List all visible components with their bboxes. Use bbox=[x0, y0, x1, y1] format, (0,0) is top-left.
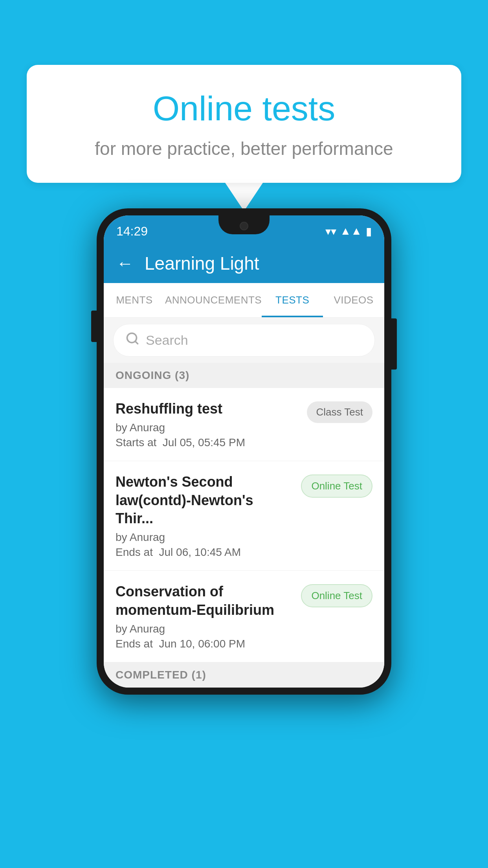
phone-outer: 14:29 ▾▾ ▲▲ ▮ ← Learning Light MENTS ANN… bbox=[97, 208, 391, 695]
completed-title: COMPLETED (1) bbox=[116, 669, 206, 681]
test-badge-1: Class Test bbox=[307, 401, 372, 423]
test-name-2: Newton's Second law(contd)-Newton's Thir… bbox=[116, 473, 293, 528]
tab-videos[interactable]: VIDEOS bbox=[323, 283, 384, 317]
wifi-icon: ▾▾ bbox=[325, 225, 336, 238]
back-button[interactable]: ← bbox=[116, 254, 134, 273]
test-list: Reshuffling test by Anurag Starts at Jul… bbox=[104, 388, 384, 662]
completed-section-header: COMPLETED (1) bbox=[104, 662, 384, 688]
speech-bubble-subtitle: for more practice, better performance bbox=[58, 138, 430, 159]
test-info-1: Reshuffling test by Anurag Starts at Jul… bbox=[116, 400, 299, 449]
test-author-1: by Anurag bbox=[116, 421, 299, 434]
test-info-2: Newton's Second law(contd)-Newton's Thir… bbox=[116, 473, 293, 559]
test-item-1[interactable]: Reshuffling test by Anurag Starts at Jul… bbox=[104, 388, 384, 461]
search-box[interactable]: Search bbox=[113, 324, 375, 357]
tabs-bar: MENTS ANNOUNCEMENTS TESTS VIDEOS bbox=[104, 283, 384, 318]
test-author-2: by Anurag bbox=[116, 531, 293, 544]
camera bbox=[240, 222, 248, 230]
test-name-3: Conservation of momentum-Equilibrium bbox=[116, 583, 293, 620]
search-input[interactable]: Search bbox=[146, 333, 188, 348]
test-name-1: Reshuffling test bbox=[116, 400, 299, 418]
battery-icon: ▮ bbox=[366, 225, 372, 238]
speech-bubble: Online tests for more practice, better p… bbox=[27, 65, 461, 183]
svg-line-1 bbox=[135, 341, 138, 344]
app-header: ← Learning Light bbox=[104, 244, 384, 283]
test-info-3: Conservation of momentum-Equilibrium by … bbox=[116, 583, 293, 650]
phone-notch bbox=[218, 215, 270, 234]
search-icon bbox=[125, 331, 139, 349]
ongoing-section-header: ONGOING (3) bbox=[104, 363, 384, 388]
test-badge-2: Online Test bbox=[301, 474, 372, 498]
search-container: Search bbox=[104, 318, 384, 363]
phone-screen: 14:29 ▾▾ ▲▲ ▮ ← Learning Light MENTS ANN… bbox=[104, 215, 384, 688]
test-time-1: Starts at Jul 05, 05:45 PM bbox=[116, 436, 299, 449]
speech-bubble-title: Online tests bbox=[58, 88, 430, 129]
status-time: 14:29 bbox=[116, 224, 148, 239]
test-time-3: Ends at Jun 10, 06:00 PM bbox=[116, 638, 293, 650]
test-item-2[interactable]: Newton's Second law(contd)-Newton's Thir… bbox=[104, 461, 384, 571]
speech-bubble-container: Online tests for more practice, better p… bbox=[27, 65, 461, 211]
tab-announcements[interactable]: ANNOUNCEMENTS bbox=[165, 283, 262, 317]
test-time-2: Ends at Jul 06, 10:45 AM bbox=[116, 546, 293, 559]
test-item-3[interactable]: Conservation of momentum-Equilibrium by … bbox=[104, 571, 384, 662]
test-author-3: by Anurag bbox=[116, 623, 293, 635]
signal-icon: ▲▲ bbox=[340, 225, 362, 237]
status-icons: ▾▾ ▲▲ ▮ bbox=[325, 225, 372, 238]
ongoing-title: ONGOING (3) bbox=[116, 369, 189, 381]
phone-wrapper: 14:29 ▾▾ ▲▲ ▮ ← Learning Light MENTS ANN… bbox=[97, 208, 391, 695]
tab-tests[interactable]: TESTS bbox=[262, 283, 323, 317]
tab-ments[interactable]: MENTS bbox=[104, 283, 165, 317]
speech-bubble-arrow bbox=[225, 183, 263, 211]
app-title: Learning Light bbox=[145, 253, 259, 274]
test-badge-3: Online Test bbox=[301, 584, 372, 607]
